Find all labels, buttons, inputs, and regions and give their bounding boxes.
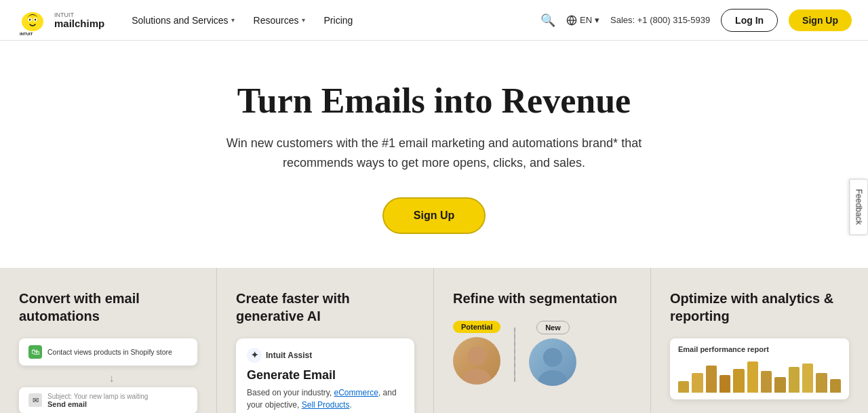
search-icon[interactable]: 🔍	[540, 13, 555, 28]
language-selector[interactable]: EN ▾	[566, 15, 599, 26]
feature-card-segmentation: Refine with segmentation Potential New	[434, 268, 651, 413]
feature-title-automations: Convert with email automations	[19, 290, 197, 325]
bar-item	[830, 379, 841, 393]
ai-link-sell[interactable]: Sell Products	[302, 400, 350, 410]
nav-solutions-label: Solutions and Services	[132, 15, 228, 26]
feedback-tab[interactable]: Feedback	[850, 178, 868, 235]
nav-links: Solutions and Services ▾ Resources ▾ Pri…	[123, 9, 540, 31]
feature-title-segmentation: Refine with segmentation	[453, 290, 631, 307]
svg-text:INTUIT: INTUIT	[20, 32, 33, 36]
bar-item	[678, 381, 689, 393]
bar-item	[706, 366, 717, 393]
ai-card-inner: ✦ Intuit Assist Generate Email Based on …	[236, 338, 414, 413]
svg-point-5	[35, 18, 36, 20]
feature-card-analytics: Optimize with analytics & reporting Emai…	[651, 268, 868, 413]
ai-generate-desc: Based on your industry, eCommerce, and y…	[247, 387, 403, 411]
logo-link[interactable]: INTUIT INTUIT mailchimp	[16, 4, 104, 37]
seg-person-1: Potential	[453, 321, 500, 385]
language-label: EN	[580, 15, 592, 25]
automation-step1: 🛍 Contact views products in Shopify stor…	[19, 338, 197, 366]
ai-link-ecommerce[interactable]: eCommerce	[334, 388, 378, 397]
ai-desc-plain: Based on your industry,	[247, 388, 334, 397]
chevron-down-icon: ▾	[231, 16, 235, 24]
nav-pricing[interactable]: Pricing	[316, 9, 361, 31]
bar-item	[802, 363, 813, 393]
bar-item	[774, 377, 785, 393]
avatar-1	[453, 337, 500, 385]
feature-card-ai: Create faster with generative AI ✦ Intui…	[217, 268, 434, 413]
seg-person-2: New	[529, 321, 576, 386]
segmentation-divider	[514, 328, 515, 382]
ai-badge-label: Intuit Assist	[266, 351, 312, 360]
signup-button-nav[interactable]: Sign Up	[789, 9, 852, 31]
intuit-assist-icon: ✦	[247, 348, 262, 363]
features-section: Convert with email automations 🛍 Contact…	[0, 268, 868, 413]
segmentation-row: Potential New	[453, 321, 631, 386]
bar-item	[747, 361, 758, 393]
hero-title: Turn Emails into Revenue	[16, 81, 852, 120]
feature-card-automations: Convert with email automations 🛍 Contact…	[0, 268, 217, 413]
avatar-2	[529, 338, 576, 386]
chevron-down-icon: ▾	[302, 16, 305, 24]
nav-right: 🔍 EN ▾ Sales: +1 (800) 315-5939 Log In S…	[540, 9, 852, 32]
svg-point-13	[538, 370, 568, 386]
nav-pricing-label: Pricing	[324, 15, 353, 26]
ai-desc-end: .	[349, 400, 351, 410]
svg-point-4	[29, 18, 31, 20]
ai-badge: ✦ Intuit Assist	[247, 348, 403, 363]
svg-point-11	[462, 369, 492, 385]
hero-section: Turn Emails into Revenue Win new custome…	[0, 41, 868, 268]
navigation: INTUIT INTUIT mailchimp Solutions and Se…	[0, 0, 868, 41]
feature-title-analytics: Optimize with analytics & reporting	[670, 290, 849, 325]
bar-item	[816, 373, 827, 393]
login-button[interactable]: Log In	[721, 9, 778, 32]
bar-item	[733, 369, 744, 393]
chevron-down-icon: ▾	[595, 15, 599, 25]
automation-subject: Subject: Your new lamp is waiting	[47, 393, 148, 400]
bar-item	[692, 373, 703, 393]
ai-generate-title: Generate Email	[247, 368, 403, 382]
bar-item	[761, 371, 772, 393]
signup-button-hero[interactable]: Sign Up	[382, 197, 486, 234]
nav-resources-label: Resources	[254, 15, 299, 26]
svg-point-10	[467, 347, 486, 366]
bar-item	[719, 375, 730, 393]
nav-resources[interactable]: Resources ▾	[245, 9, 313, 31]
automation-step1-text: Contact views products in Shopify store	[47, 348, 172, 356]
svg-point-12	[543, 348, 562, 367]
analytics-report-title: Email performance report	[678, 345, 841, 353]
automation-arrow: ↓	[26, 372, 197, 385]
nav-solutions[interactable]: Solutions and Services ▾	[123, 9, 242, 31]
hero-subtitle: Win new customers with the #1 email mark…	[217, 134, 651, 173]
seg-badge-potential: Potential	[453, 321, 500, 333]
automation-send: ✉ Subject: Your new lamp is waiting Send…	[19, 387, 197, 413]
bar-item	[789, 367, 800, 392]
automation-action: Send email	[47, 400, 148, 408]
seg-badge-new: New	[536, 321, 570, 334]
shopify-icon: 🛍	[28, 345, 42, 359]
sales-phone: Sales: +1 (800) 315-5939	[610, 15, 710, 25]
mail-icon: ✉	[28, 393, 42, 407]
bar-chart	[678, 359, 841, 393]
analytics-card: Email performance report	[670, 338, 849, 399]
feature-title-ai: Create faster with generative AI	[236, 290, 414, 325]
